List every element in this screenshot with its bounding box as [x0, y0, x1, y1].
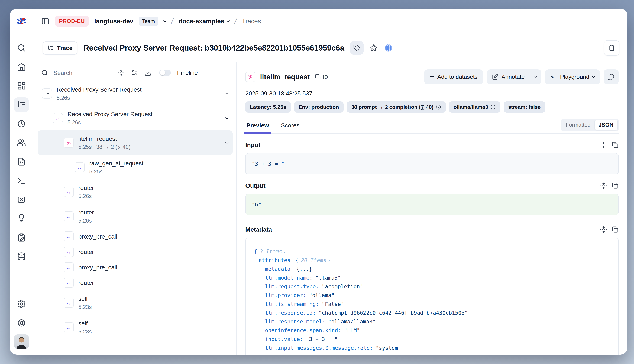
json-line[interactable]: input.value:"3 + 3 = "	[252, 335, 612, 344]
tree-row[interactable]: ↔ litellm_request 5.25s38 → 2 (∑ 40)	[38, 130, 233, 155]
plus-circle-icon[interactable]	[490, 104, 496, 110]
tree-row[interactable]: ↔ router 5.26s	[38, 180, 233, 204]
span-arrows-icon: ↔	[66, 249, 72, 255]
json-line[interactable]: llm.request.type:"acompletion"	[252, 282, 612, 291]
json-line[interactable]: llm.is_streaming:"False"	[252, 300, 612, 308]
copy-section-button[interactable]	[612, 182, 619, 189]
tree-row[interactable]: ↔ router	[38, 275, 233, 290]
annotate-dropdown-button[interactable]	[530, 69, 541, 84]
collapse-section-button[interactable]	[600, 182, 607, 189]
info-icon[interactable]	[436, 104, 441, 110]
json-value: "You are a very accurate calculator. You…	[385, 354, 563, 354]
tree-row[interactable]: ↔ self 5.23s	[38, 290, 233, 315]
user-avatar[interactable]	[14, 334, 29, 349]
observation-name: router	[78, 248, 94, 255]
json-line[interactable]: metadata:{...}	[252, 265, 612, 274]
json-line[interactable]: llm.input_messages.0.message.role:"syste…	[252, 344, 612, 352]
comments-button[interactable]	[604, 69, 619, 84]
json-line[interactable]: llm.input_messages.0.message.content:"Yo…	[252, 352, 612, 354]
metric-badge[interactable]: stream: false	[504, 102, 545, 113]
copy-id-control[interactable]: ID	[315, 74, 328, 80]
settings-nav-button[interactable]	[14, 296, 29, 311]
delete-trace-button[interactable]	[604, 40, 619, 56]
json-line[interactable]: {3 Items	[252, 247, 612, 256]
observation-duration: 5.23s	[78, 328, 233, 335]
json-brace: {	[295, 257, 299, 263]
expand-chevron-icon[interactable]	[225, 116, 229, 119]
project-breadcrumb[interactable]: docs-examples	[178, 18, 229, 25]
org-role-badge[interactable]: Team	[139, 17, 158, 26]
clock-icon	[17, 119, 26, 128]
metric-badge[interactable]: 38 prompt → 2 completion (∑ 40)	[347, 102, 446, 113]
collapse-section-button[interactable]	[600, 142, 607, 148]
collapse-all-button[interactable]	[118, 69, 125, 76]
metric-badge[interactable]: ollama/llama3	[449, 102, 500, 113]
json-key: llm.input_messages.0.message.role:	[265, 345, 373, 351]
sessions-nav-button[interactable]	[14, 116, 29, 131]
project-chevron-down-icon[interactable]	[227, 19, 230, 22]
tree-row[interactable]: ↔ Received Proxy Server Request 5.26s	[38, 81, 233, 106]
json-line[interactable]: openinference.span.kind:"LLM"	[252, 326, 612, 335]
evaluators-nav-button[interactable]	[14, 192, 29, 207]
tracing-nav-button[interactable]	[14, 98, 29, 112]
output-value[interactable]: "6"	[245, 194, 619, 215]
collapse-section-button[interactable]	[600, 226, 607, 233]
insights-nav-button[interactable]	[14, 211, 29, 226]
datasets-nav-button[interactable]	[14, 249, 29, 264]
format-option-formatted[interactable]: Formatted	[562, 120, 594, 130]
expand-chevron-icon[interactable]	[225, 92, 229, 94]
breadcrumb-section[interactable]: Traces	[242, 18, 261, 25]
timeline-toggle[interactable]	[159, 70, 171, 76]
annotation-nav-button[interactable]	[14, 230, 29, 245]
tag-button[interactable]	[350, 41, 364, 54]
search-input[interactable]	[53, 70, 111, 76]
org-chevron-down-icon[interactable]	[163, 19, 166, 22]
format-option-json[interactable]: JSON	[594, 120, 618, 130]
users-nav-button[interactable]	[14, 135, 29, 150]
download-button[interactable]	[144, 69, 151, 76]
tag-icon	[353, 44, 361, 52]
public-globe-button[interactable]	[384, 44, 393, 52]
tree-row[interactable]: ↔ router 5.26s	[38, 204, 233, 229]
input-value[interactable]: "3 + 3 = "	[245, 153, 619, 174]
search-nav-button[interactable]	[14, 40, 29, 55]
tree-row[interactable]: ↔ self 5.23s	[38, 315, 233, 340]
tree-row[interactable]: ↔ Received Proxy Server Request 5.26s	[38, 106, 233, 130]
org-name[interactable]: langfuse-dev	[94, 18, 133, 25]
metric-badge[interactable]: Latency: 5.25s	[245, 102, 291, 113]
prompts-nav-button[interactable]	[14, 154, 29, 169]
span-arrows-icon: ↔	[66, 189, 72, 195]
tree-row[interactable]: ↔ raw_gen_ai_request 5.25s	[38, 155, 233, 180]
playground-button[interactable]: >_ Playground	[545, 69, 600, 84]
tab-scores[interactable]: Scores	[280, 120, 301, 134]
json-value: "acompletion"	[322, 284, 363, 290]
metadata-json-viewer[interactable]: {3 Items attributes:{20 Items metadata:{…	[245, 238, 619, 354]
add-to-datasets-button[interactable]: + Add to datasets	[424, 69, 483, 84]
tab-preview[interactable]: Preview	[245, 120, 270, 134]
copy-section-button[interactable]	[612, 142, 619, 148]
observation-tree: ↔ Received Proxy Server Request 5.26s	[33, 81, 236, 340]
json-line[interactable]: llm.response.model:"ollama/llama3"	[252, 317, 612, 326]
json-line[interactable]: llm.model_name:"llama3"	[252, 274, 612, 282]
annotate-button[interactable]: Annotate	[487, 69, 530, 84]
copy-section-button[interactable]	[612, 226, 619, 233]
org-logo-knot-icon[interactable]	[16, 18, 27, 25]
tree-row[interactable]: ↔ proxy_pre_call	[38, 260, 233, 275]
tree-row[interactable]: ↔ proxy_pre_call	[38, 229, 233, 244]
json-line[interactable]: llm.response.id:"chatcmpl-d96622c0-c642-…	[252, 308, 612, 317]
metric-badge[interactable]: Env: production	[294, 102, 344, 113]
tree-settings-button[interactable]	[131, 69, 138, 76]
bookmark-star-button[interactable]	[369, 44, 378, 52]
trace-type-chip[interactable]: Trace	[43, 42, 78, 54]
observation-type-icon: ↔	[64, 138, 74, 148]
home-nav-button[interactable]	[14, 60, 29, 74]
dashboards-nav-button[interactable]	[14, 78, 29, 93]
span-arrows-icon: ↔	[66, 234, 72, 239]
support-nav-button[interactable]	[14, 316, 29, 330]
tree-row[interactable]: ↔ router	[38, 244, 233, 260]
playground-nav-button[interactable]	[14, 173, 29, 188]
expand-chevron-icon[interactable]	[225, 140, 229, 144]
json-line[interactable]: llm.provider:"ollama"	[252, 291, 612, 300]
json-line[interactable]: attributes:{20 Items	[252, 256, 612, 265]
sidebar-toggle-icon[interactable]	[41, 17, 50, 26]
